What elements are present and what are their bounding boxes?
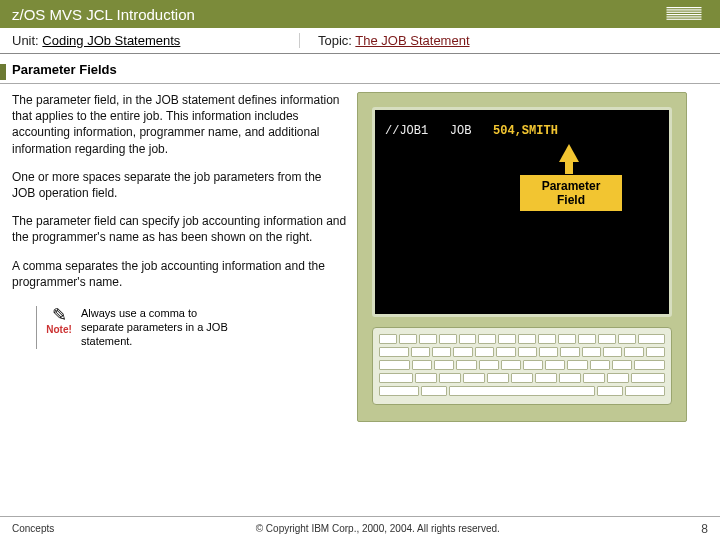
svg-rect-2: [667, 12, 702, 13]
note-text: Always use a comma to separate parameter…: [81, 306, 231, 349]
arrow-stem: [565, 160, 573, 174]
section-heading: Parameter Fields: [12, 62, 117, 81]
paragraph-4: A comma separates the job accounting inf…: [12, 258, 347, 290]
footer-left: Concepts: [12, 523, 54, 534]
callout-line2: Field: [557, 193, 585, 207]
paragraph-3: The parameter field can specify job acco…: [12, 213, 347, 245]
illustration-column: //JOB1 JOB 504,SMITH Parameter Field: [357, 92, 708, 516]
unit-cell: Unit: Coding JOb Statements: [0, 33, 300, 48]
course-title: z/OS MVS JCL Introduction: [12, 6, 195, 23]
topic-label: Topic:: [318, 33, 355, 48]
paragraph-2: One or more spaces separate the job para…: [12, 169, 347, 201]
unit-label: Unit:: [12, 33, 42, 48]
keyboard-illustration: [372, 327, 672, 405]
topic-cell: Topic: The JOB Statement: [300, 33, 470, 48]
ibm-logo: [660, 7, 708, 21]
svg-rect-5: [667, 19, 702, 20]
terminal-screen: //JOB1 JOB 504,SMITH Parameter Field: [372, 107, 672, 317]
section-heading-row: Parameter Fields: [0, 54, 720, 81]
callout-line1: Parameter: [542, 179, 601, 193]
bell-icon: ✎: [45, 306, 73, 324]
note-icon: ✎ Note!: [45, 306, 73, 335]
svg-rect-4: [667, 16, 702, 17]
page-number: 8: [701, 522, 708, 536]
computer-illustration: //JOB1 JOB 504,SMITH Parameter Field: [357, 92, 687, 422]
svg-rect-3: [667, 14, 702, 15]
section-marker: [0, 64, 6, 80]
paragraph-1: The parameter field, in the JOB statemen…: [12, 92, 347, 157]
code-parameters: 504,SMITH: [493, 124, 558, 138]
callout-label: Parameter Field: [519, 174, 623, 212]
jcl-code-line: //JOB1 JOB 504,SMITH: [385, 124, 659, 138]
svg-rect-1: [667, 9, 702, 10]
text-column: The parameter field, in the JOB statemen…: [12, 92, 347, 516]
section-divider: [0, 83, 720, 84]
code-jobname: //JOB1: [385, 124, 428, 138]
note-box: ✎ Note! Always use a comma to separate p…: [36, 306, 347, 349]
code-operation: JOB: [450, 124, 472, 138]
note-label: Note!: [46, 324, 72, 335]
topic-value: The JOB Statement: [355, 33, 469, 48]
footer-copyright: © Copyright IBM Corp., 2000, 2004. All r…: [256, 523, 500, 534]
unit-value: Coding JOb Statements: [42, 33, 180, 48]
footer: Concepts © Copyright IBM Corp., 2000, 20…: [0, 516, 720, 540]
title-bar: z/OS MVS JCL Introduction: [0, 0, 720, 28]
svg-rect-0: [667, 7, 702, 8]
unit-topic-row: Unit: Coding JOb Statements Topic: The J…: [0, 28, 720, 54]
